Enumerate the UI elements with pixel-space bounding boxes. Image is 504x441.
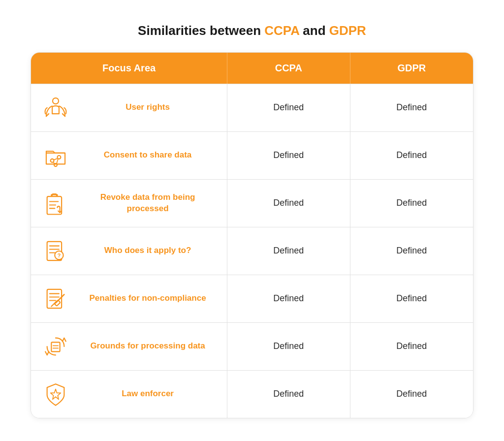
table-row: Grounds for processing data Defined Defi… xyxy=(31,322,473,370)
ccpa-value-law-enforcer: Defined xyxy=(227,371,350,418)
grounds-processing-icon xyxy=(41,332,70,361)
row-label-penalties: Penalties for non-compliance xyxy=(78,293,217,304)
focus-cell-who-apply: ? Who does it apply to? xyxy=(31,227,227,275)
svg-rect-26 xyxy=(51,342,60,351)
ccpa-value-grounds: Defined xyxy=(227,323,350,370)
row-label-user-rights: User rights xyxy=(78,102,217,113)
consent-share-icon xyxy=(41,141,70,170)
ccpa-value-penalties: Defined xyxy=(227,275,350,322)
svg-point-0 xyxy=(53,98,59,104)
svg-line-7 xyxy=(57,158,58,164)
gdpr-value-consent: Defined xyxy=(350,132,473,179)
table-row: Penalties for non-compliance Defined Def… xyxy=(31,275,473,322)
gdpr-value-law-enforcer: Defined xyxy=(350,371,473,418)
who-apply-icon: ? xyxy=(41,236,70,266)
gdpr-value-penalties: Defined xyxy=(350,275,473,322)
svg-text:?: ? xyxy=(57,252,61,258)
table-row: User rights Defined Defined xyxy=(31,84,473,131)
table-row: Revoke data from being processed Defined… xyxy=(31,179,473,227)
row-label-grounds: Grounds for processing data xyxy=(78,341,217,352)
table-header: Focus Area CCPA GDPR xyxy=(31,53,473,84)
row-label-revoke: Revoke data from being processed xyxy=(78,192,217,215)
svg-marker-29 xyxy=(51,389,61,399)
focus-cell-law-enforcer: Law enforcer xyxy=(31,371,227,418)
focus-cell-user-rights: User rights xyxy=(31,84,227,131)
col-focus-area: Focus Area xyxy=(31,53,227,84)
ccpa-value-revoke: Defined xyxy=(227,180,350,227)
ccpa-value-who-apply: Defined xyxy=(227,227,350,275)
table-row: Consent to share data Defined Defined xyxy=(31,131,473,179)
col-ccpa: CCPA xyxy=(227,53,350,84)
gdpr-value-grounds: Defined xyxy=(350,323,473,370)
table-row: ? Who does it apply to? Defined Defined xyxy=(31,227,473,275)
svg-line-4 xyxy=(54,158,58,160)
row-label-who-apply: Who does it apply to? xyxy=(78,245,217,256)
table-row: Law enforcer Defined Defined xyxy=(31,370,473,418)
penalties-icon xyxy=(41,284,70,314)
gdpr-value-who-apply: Defined xyxy=(350,227,473,275)
focus-cell-revoke: Revoke data from being processed xyxy=(31,180,227,227)
focus-cell-consent: Consent to share data xyxy=(31,132,227,179)
page-wrapper: Similarities between CCPA and GDPR Focus… xyxy=(0,0,504,441)
row-label-consent: Consent to share data xyxy=(78,150,217,161)
law-enforcer-icon xyxy=(41,379,70,409)
ccpa-value-user-rights: Defined xyxy=(227,84,350,131)
revoke-data-icon xyxy=(41,189,70,218)
comparison-table: Focus Area CCPA GDPR xyxy=(31,52,473,418)
user-rights-icon xyxy=(41,93,70,123)
ccpa-value-consent: Defined xyxy=(227,132,350,179)
focus-cell-penalties: Penalties for non-compliance xyxy=(31,275,227,322)
gdpr-value-user-rights: Defined xyxy=(350,84,473,131)
focus-cell-grounds: Grounds for processing data xyxy=(31,323,227,370)
col-gdpr: GDPR xyxy=(350,53,473,84)
gdpr-value-revoke: Defined xyxy=(350,180,473,227)
row-label-law-enforcer: Law enforcer xyxy=(78,388,217,400)
page-title: Similarities between CCPA and GDPR xyxy=(138,23,366,38)
